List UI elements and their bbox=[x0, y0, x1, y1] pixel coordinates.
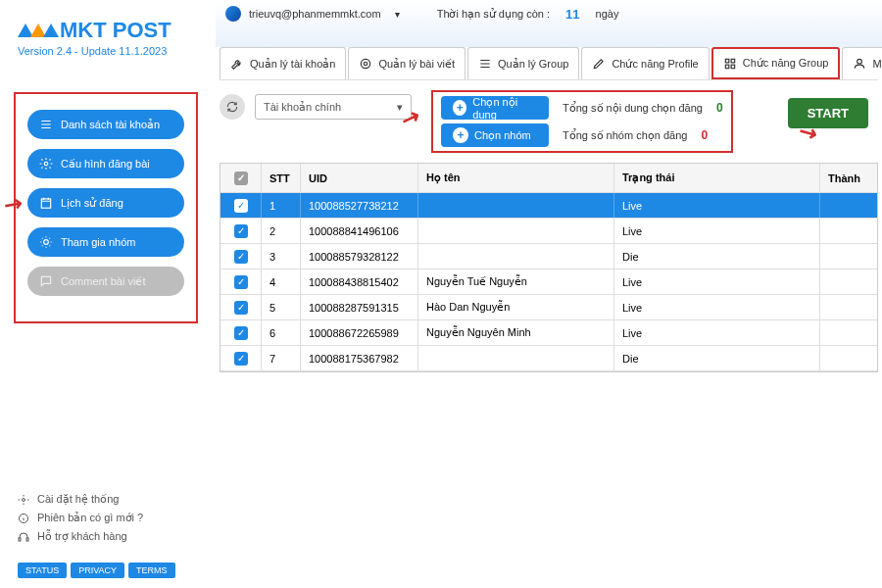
tab-accounts[interactable]: Quản lý tài khoản bbox=[220, 47, 346, 79]
cell-uid: 100088175367982 bbox=[301, 346, 418, 370]
table-row[interactable]: ✓6100088672265989Nguyễn Nguyên MinhLive bbox=[220, 320, 877, 346]
cell-stt: 2 bbox=[262, 219, 301, 243]
row-checkbox[interactable]: ✓ bbox=[234, 352, 248, 366]
cell-status: Die bbox=[614, 346, 820, 370]
svg-rect-12 bbox=[19, 538, 21, 541]
tab-posts[interactable]: Quản lý bài viết bbox=[348, 47, 466, 79]
accounts-table: ✓ STT UID Họ tên Trạng thái Thành ✓11000… bbox=[220, 163, 878, 372]
refresh-icon bbox=[225, 100, 239, 114]
svg-point-1 bbox=[365, 62, 368, 66]
plus-icon: + bbox=[453, 100, 466, 116]
footer-support[interactable]: Hỗ trợ khách hàng bbox=[18, 530, 143, 543]
row-checkbox[interactable]: ✓ bbox=[234, 224, 248, 238]
sidebar-history[interactable]: Lịch sử đăng bbox=[27, 188, 184, 218]
cell-status: Live bbox=[614, 295, 820, 319]
table-header: ✓ STT UID Họ tên Trạng thái Thành bbox=[220, 164, 877, 193]
select-all-checkbox[interactable]: ✓ bbox=[234, 172, 248, 185]
col-uid[interactable]: UID bbox=[301, 164, 418, 192]
footer-changelog[interactable]: Phiên bản có gì mới ? bbox=[18, 512, 143, 524]
cell-status: Live bbox=[614, 320, 820, 345]
selection-annotation: + Chọn nội dung Tổng số nội dung chọn đă… bbox=[431, 90, 733, 153]
col-name[interactable]: Họ tên bbox=[418, 164, 614, 192]
footer-terms[interactable]: TERMS bbox=[128, 563, 175, 578]
table-row[interactable]: ✓5100088287591315Hào Dan NguyễnLive bbox=[220, 295, 877, 320]
remaining-days: 11 bbox=[565, 7, 579, 22]
sidebar-join-group[interactable]: Tham gia nhóm bbox=[27, 227, 184, 257]
app-logo: MKT POST bbox=[18, 18, 172, 43]
cell-name: Nguyễn Nguyên Minh bbox=[418, 320, 614, 345]
cell-success bbox=[820, 219, 877, 243]
group-count-label: Tổng số nhóm chọn đăng bbox=[563, 129, 687, 142]
cell-uid: 100088527738212 bbox=[301, 193, 418, 218]
svg-rect-2 bbox=[725, 59, 729, 63]
svg-point-7 bbox=[44, 162, 48, 166]
calendar-icon bbox=[39, 196, 53, 210]
row-checkbox[interactable]: ✓ bbox=[234, 326, 248, 340]
target-icon bbox=[359, 57, 372, 71]
cell-stt: 1 bbox=[262, 193, 301, 218]
svg-rect-4 bbox=[725, 65, 729, 69]
list-icon bbox=[478, 57, 492, 71]
table-row[interactable]: ✓3100088579328122Die bbox=[220, 244, 877, 270]
cell-stt: 3 bbox=[262, 244, 301, 269]
remaining-label: Thời hạn sử dụng còn : bbox=[437, 8, 550, 21]
cell-name bbox=[418, 346, 614, 370]
cell-uid: 100088841496106 bbox=[301, 219, 418, 243]
content-count: 0 bbox=[716, 101, 723, 115]
comment-icon bbox=[39, 274, 53, 288]
svg-point-10 bbox=[23, 498, 25, 501]
row-checkbox[interactable]: ✓ bbox=[234, 250, 248, 264]
start-button[interactable]: START bbox=[788, 98, 868, 128]
table-row[interactable]: ✓7100088175367982Die bbox=[220, 346, 877, 371]
cell-uid: 100088672265989 bbox=[301, 320, 418, 345]
col-status[interactable]: Trạng thái bbox=[614, 164, 820, 192]
cell-uid: 100088287591315 bbox=[301, 295, 418, 319]
svg-rect-8 bbox=[41, 199, 50, 208]
cell-status: Live bbox=[614, 219, 820, 243]
footer-status[interactable]: STATUS bbox=[18, 563, 67, 578]
row-checkbox[interactable]: ✓ bbox=[234, 275, 248, 289]
table-row[interactable]: ✓1100088527738212Live bbox=[220, 193, 877, 219]
tab-checkpoint[interactable]: Mở Checkpoint bbox=[842, 47, 882, 79]
cell-stt: 4 bbox=[262, 270, 301, 294]
svg-point-6 bbox=[858, 59, 862, 64]
content-count-label: Tổng số nội dung chọn đăng bbox=[563, 102, 703, 115]
footer-settings[interactable]: Cài đặt hệ thống bbox=[18, 493, 143, 506]
svg-rect-13 bbox=[26, 538, 28, 541]
choose-content-button[interactable]: + Chọn nội dung bbox=[441, 96, 549, 120]
sidebar-accounts[interactable]: Danh sách tài khoản bbox=[27, 110, 184, 139]
refresh-button[interactable] bbox=[220, 94, 245, 120]
gear-icon bbox=[18, 494, 29, 506]
table-row[interactable]: ✓2100088841496106Live bbox=[220, 219, 877, 244]
tab-groups[interactable]: Quản lý Group bbox=[467, 47, 579, 79]
sidebar-config[interactable]: Cấu hình đăng bài bbox=[27, 149, 184, 178]
account-combo[interactable]: Tài khoản chính ▾ bbox=[255, 94, 412, 120]
cell-name bbox=[418, 219, 614, 243]
row-checkbox[interactable]: ✓ bbox=[234, 301, 248, 315]
gear-icon bbox=[39, 157, 53, 171]
list-icon bbox=[39, 118, 53, 131]
sidebar-comment: Comment bài viết bbox=[27, 267, 184, 296]
col-success[interactable]: Thành bbox=[820, 164, 877, 192]
cell-name bbox=[418, 193, 614, 218]
cell-uid: 100088579328122 bbox=[301, 244, 418, 269]
tab-profile-func[interactable]: Chức năng Profile bbox=[581, 47, 709, 79]
table-row[interactable]: ✓4100088438815402Nguyễn Tuế NguyễnLive bbox=[220, 270, 877, 295]
cell-name bbox=[418, 244, 614, 269]
cell-status: Live bbox=[614, 193, 820, 218]
choose-group-button[interactable]: + Chọn nhóm bbox=[441, 123, 549, 147]
pencil-icon bbox=[592, 57, 606, 71]
cell-success bbox=[820, 295, 877, 319]
cell-stt: 6 bbox=[262, 320, 301, 345]
tab-group-func[interactable]: Chức năng Group bbox=[711, 47, 841, 79]
grid-icon bbox=[723, 57, 737, 71]
chevron-down-icon[interactable]: ▾ bbox=[395, 9, 400, 20]
row-checkbox[interactable]: ✓ bbox=[234, 199, 248, 213]
svg-rect-3 bbox=[731, 59, 735, 63]
days-unit: ngày bbox=[596, 8, 619, 20]
footer-privacy[interactable]: PRIVACY bbox=[71, 563, 124, 578]
col-stt[interactable]: STT bbox=[262, 164, 301, 192]
cell-status: Live bbox=[614, 270, 820, 294]
cell-success bbox=[820, 270, 877, 294]
cell-status: Die bbox=[614, 244, 820, 269]
